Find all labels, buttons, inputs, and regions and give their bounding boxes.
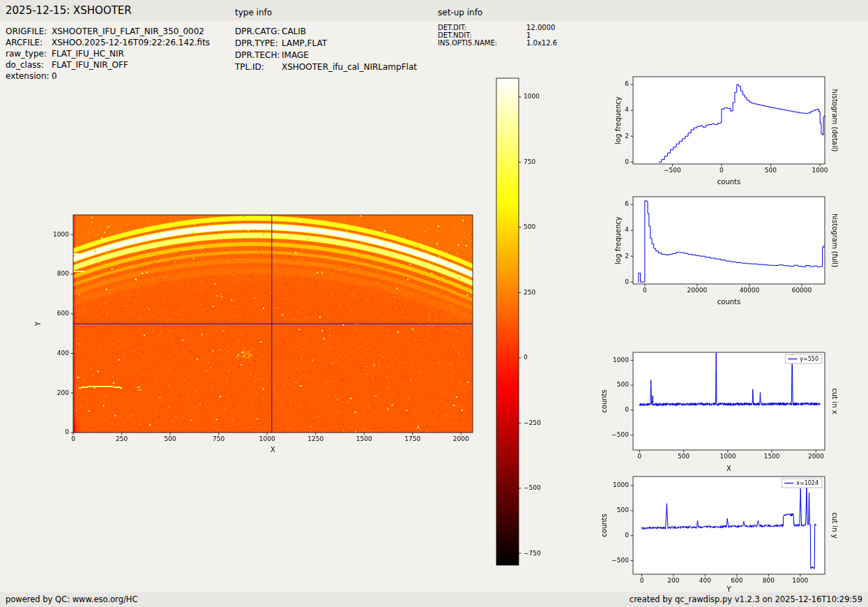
meta-row: extension:0 (6, 70, 210, 82)
cut-in-y-plot (596, 468, 847, 595)
histogram-detail-plot (596, 68, 847, 190)
meta-key: ORIGFILE: (6, 26, 52, 37)
meta-key: do_class: (6, 59, 52, 70)
meta-key: DET.DIT: (438, 24, 526, 31)
meta-row: DPR.TECH:IMAGE (235, 50, 417, 61)
meta-row: TPL.ID:XSHOOTER_ifu_cal_NIRLampFlat (235, 61, 417, 73)
meta-key: ARCFILE: (6, 37, 52, 48)
meta-key: DPR.TYPE: (235, 38, 282, 50)
meta-row: ORIGFILE:XSHOOTER_IFU_FLAT_NIR_350_0002 (6, 26, 210, 37)
meta-key: DET.NDIT: (438, 31, 526, 39)
type-info-heading: type info (235, 8, 272, 17)
meta-value: CALIB (282, 26, 306, 38)
footer-left-text: powered by QC: www.eso.org/HC (6, 594, 137, 604)
histogram-full-plot (596, 188, 847, 310)
meta-value: 1.0x12.6 (526, 39, 557, 47)
file-info-panel: ORIGFILE:XSHOOTER_IFU_FLAT_NIR_350_0002 … (6, 26, 210, 82)
meta-value: LAMP,FLAT (282, 38, 327, 50)
meta-value: XSHOO.2025-12-16T09:22:26.142.fits (52, 37, 210, 48)
page-title: 2025-12-15: XSHOOTER (6, 4, 132, 17)
meta-key: extension: (6, 70, 52, 82)
header-bar: 2025-12-15: XSHOOTER type info set-up in… (0, 0, 868, 21)
meta-row: raw_type:FLAT_IFU_HC_NIR (6, 48, 210, 59)
setup-info-panel: DET.DIT:12.0000 DET.NDIT:1 INS.OPTI5.NAM… (438, 24, 557, 47)
meta-value: 0 (52, 70, 57, 82)
colorbar (488, 70, 565, 576)
meta-key: DPR.CATG: (235, 26, 282, 38)
meta-key: INS.OPTI5.NAME: (438, 39, 526, 47)
meta-value: IMAGE (282, 50, 309, 61)
meta-value: FLAT_IFU_NIR_OFF (52, 59, 128, 70)
meta-row: ARCFILE:XSHOO.2025-12-16T09:22:26.142.fi… (6, 37, 210, 48)
cut-in-x-plot (596, 344, 847, 478)
meta-row: DPR.TYPE:LAMP,FLAT (235, 38, 417, 50)
meta-key: DPR.TECH: (235, 50, 282, 61)
meta-row: DET.DIT:12.0000 (438, 24, 557, 31)
meta-key: TPL.ID: (235, 61, 282, 73)
setup-info-heading: set-up info (438, 8, 482, 17)
detector-image-plot (21, 202, 495, 481)
meta-row: do_class:FLAT_IFU_NIR_OFF (6, 59, 210, 70)
meta-value: XSHOOTER_IFU_FLAT_NIR_350_0002 (52, 26, 204, 37)
footer-right-text: created by qc_rawdisp.py v1.2.3 on 2025-… (630, 594, 862, 604)
meta-row: DET.NDIT:1 (438, 31, 557, 39)
qc-report-page: 2025-12-15: XSHOOTER type info set-up in… (0, 0, 868, 607)
meta-value: 12.0000 (526, 24, 555, 31)
meta-value: 1 (526, 31, 531, 39)
meta-row: INS.OPTI5.NAME:1.0x12.6 (438, 39, 557, 47)
meta-value: XSHOOTER_ifu_cal_NIRLampFlat (282, 61, 417, 73)
meta-key: raw_type: (6, 48, 52, 59)
type-info-panel: DPR.CATG:CALIB DPR.TYPE:LAMP,FLAT DPR.TE… (235, 26, 417, 73)
meta-value: FLAT_IFU_HC_NIR (52, 48, 124, 59)
meta-row: DPR.CATG:CALIB (235, 26, 417, 38)
